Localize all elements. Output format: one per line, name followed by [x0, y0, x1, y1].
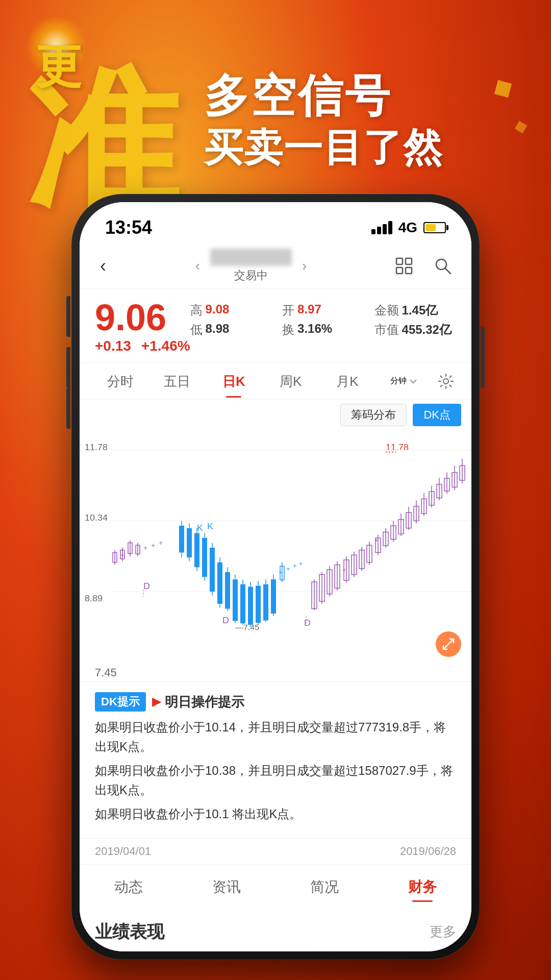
svg-rect-1 [406, 258, 412, 264]
k-annotation-1: K [197, 523, 203, 533]
main-price: 9.06 [95, 299, 180, 336]
start-date: 2019/04/01 [95, 845, 151, 858]
change-percent: +1.46% [141, 338, 190, 354]
dk-line-1: 如果明日收盘价小于10.14，并且明日成交量超过777319.8手，将出现K点。 [95, 718, 456, 757]
amount-label: 金额 [374, 302, 399, 318]
dk-tip-content: 如果明日收盘价小于10.14，并且明日成交量超过777319.8手，将出现K点。… [95, 718, 456, 824]
stock-name-blurred [210, 249, 292, 266]
network-label: 4G [398, 219, 417, 236]
tab-ri-k[interactable]: 日K [206, 363, 262, 400]
nav-bar: ‹ ‹ 交易中 › [80, 243, 471, 289]
tab-yue-k[interactable]: 月K [319, 363, 375, 400]
svg-text:+: + [143, 544, 147, 552]
svg-point-6 [443, 379, 448, 384]
expand-icon [441, 637, 456, 651]
dk-badge: DK提示 [95, 692, 146, 712]
performance-more-btn[interactable]: 更多 [430, 923, 456, 941]
d-annotation-2: D [304, 618, 311, 628]
d-annotation-1: D [143, 581, 150, 592]
bar1 [371, 229, 375, 234]
amount-value: 1.45亿 [402, 302, 438, 318]
chart-low-label: 7.45 [80, 665, 471, 681]
hero-char-geng: 更 [36, 36, 82, 98]
price-low: 低 8.98 [190, 322, 272, 338]
main-price-col: 9.06 +0.13 +1.46% [95, 299, 190, 354]
back-button[interactable]: ‹ [95, 250, 111, 282]
k-annotation-2: K [207, 521, 213, 531]
hero-line1: 多空信号 [204, 71, 520, 121]
chart-tabs: 分时 五日 日K 周K 月K 分钟 [80, 363, 471, 400]
tab-fen-zhong[interactable]: 分钟 [376, 376, 433, 386]
status-icons: 4G [371, 219, 446, 236]
svg-text:+: + [286, 565, 290, 573]
performance-section: 业绩表现 更多 [80, 910, 471, 951]
high-label: 高 [190, 302, 203, 318]
svg-text:+: + [299, 560, 303, 568]
phone-container: 13:54 4G ‹ ‹ [71, 194, 480, 934]
low-value: 8.98 [206, 322, 230, 338]
settings-grid-icon [394, 256, 414, 276]
chart-area: 11.78 10.34 8.89 11.78 [80, 430, 471, 665]
tab-fen-zhong-label: 分钟 [390, 376, 407, 386]
price-turnover: 换 3.16% [282, 322, 364, 338]
nav-jian-kuang[interactable]: 简况 [276, 872, 373, 902]
dk-line-3: 如果明日收盘价小于10.1 将出现K点。 [95, 804, 456, 824]
stock-name-box: 交易中 [210, 249, 292, 283]
open-label: 开 [282, 302, 294, 318]
change-absolute: +0.13 [95, 338, 131, 354]
search-icon [433, 256, 453, 276]
y-label-mid: 10.34 [85, 513, 108, 523]
tab-fen-shi[interactable]: 分时 [92, 363, 148, 400]
dk-point-btn[interactable]: DK点 [413, 404, 461, 426]
prev-stock-arrow[interactable]: ‹ [195, 258, 200, 274]
hero-text-right: 多空信号 买卖一目了然 [194, 31, 520, 168]
price-open: 开 8.97 [282, 302, 364, 318]
status-time: 13:54 [105, 217, 152, 238]
turnover-value: 3.16% [297, 322, 332, 338]
hero-line2: 买卖一目了然 [204, 126, 520, 169]
dk-tip-section: DK提示 ▶ 明日操作提示 如果明日收盘价小于10.14，并且明日成交量超过77… [80, 681, 471, 838]
svg-line-101 [443, 644, 448, 649]
y-label-low: 8.89 [85, 594, 103, 604]
trading-status: 交易中 [234, 268, 268, 283]
nav-cai-wu[interactable]: 财务 [373, 872, 471, 902]
price-high: 高 9.08 [190, 302, 272, 318]
mktcap-value: 455.32亿 [402, 322, 452, 338]
nav-center: ‹ 交易中 › [121, 249, 381, 283]
y-label-high: 11.78 [85, 442, 108, 452]
search-icon-btn[interactable] [430, 253, 456, 279]
svg-text:+: + [151, 542, 155, 549]
status-bar: 13:54 4G [80, 202, 471, 243]
settings-icon-btn[interactable] [391, 253, 417, 279]
svg-text:+: + [293, 562, 297, 570]
bar3 [383, 224, 387, 234]
tab-zhou-k[interactable]: 周K [262, 363, 319, 400]
nav-zi-xun[interactable]: 资讯 [178, 872, 276, 902]
price-mktcap: 市值 455.32亿 [374, 322, 456, 338]
nav-icons [391, 253, 456, 279]
chart-toolbar: 筹码分布 DK点 [80, 400, 471, 430]
battery-fill [425, 224, 436, 231]
price-row: 9.06 +0.13 +1.46% 高 9.08 开 8. [95, 299, 456, 354]
dk-arrow-icon: ▶ [152, 695, 161, 708]
gear-icon [437, 372, 455, 390]
chips-distribution-btn[interactable]: 筹码分布 [340, 404, 407, 426]
bar4 [388, 221, 392, 234]
nav-dong-tai[interactable]: 动态 [80, 872, 178, 902]
next-stock-arrow[interactable]: › [302, 258, 307, 274]
open-value: 8.97 [297, 302, 321, 318]
phone-outer: 13:54 4G ‹ ‹ [71, 194, 480, 960]
svg-rect-2 [396, 267, 403, 274]
dropdown-icon [409, 377, 418, 386]
mktcap-label: 市值 [374, 322, 399, 338]
svg-text:+: + [342, 566, 346, 574]
tab-wu-ri[interactable]: 五日 [148, 363, 205, 400]
price-amount: 金额 1.45亿 [374, 302, 456, 318]
candle-group-right: + + [312, 459, 465, 610]
high-price-label: 11.78 [386, 442, 409, 452]
price-details: 高 9.08 开 8.97 金额 1.45亿 低 [190, 302, 456, 338]
turnover-label: 换 [282, 322, 294, 338]
expand-chart-btn[interactable] [436, 631, 461, 657]
high-value: 9.08 [206, 302, 230, 318]
chart-settings-btn[interactable] [433, 368, 459, 395]
